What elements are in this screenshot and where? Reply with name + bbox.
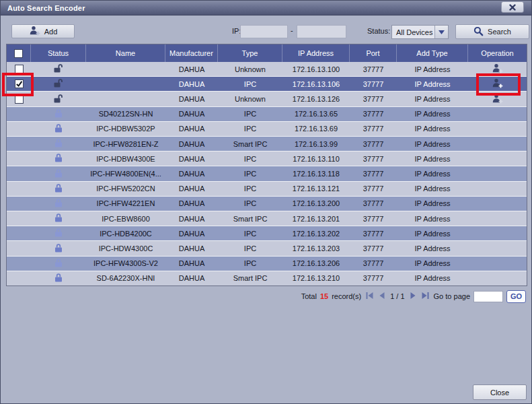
cell-manufacturer: DAHUA bbox=[165, 211, 218, 226]
lock-closed-icon bbox=[54, 183, 63, 195]
cell-name bbox=[86, 92, 165, 106]
cell-add_type: IP Address bbox=[397, 257, 468, 271]
row-checkbox[interactable] bbox=[15, 95, 24, 104]
first-page-button[interactable] bbox=[365, 292, 374, 301]
status-dropdown[interactable]: All Devices bbox=[391, 25, 449, 39]
table-row[interactable]: DAHUAIPC172.16.13.10637777IP Address bbox=[7, 76, 527, 91]
row-checkbox[interactable] bbox=[15, 79, 24, 88]
cell-add_type: IP Address bbox=[397, 226, 468, 240]
cell-port: 37777 bbox=[350, 211, 397, 226]
first-page-icon bbox=[366, 292, 373, 300]
cell-type: IPC bbox=[218, 77, 282, 91]
table-row[interactable]: DAHUAUnknown172.16.13.10037777IP Address bbox=[7, 62, 527, 76]
cell-manufacturer: DAHUA bbox=[165, 226, 218, 240]
cell-manufacturer: DAHUA bbox=[165, 122, 218, 136]
table-row[interactable]: IPC-HFW4800EN(4...DAHUAIPC172.16.13.1183… bbox=[7, 166, 527, 180]
cell-ip: 172.16.13.200 bbox=[282, 197, 350, 211]
cell-manufacturer: DAHUA bbox=[165, 197, 218, 211]
go-button[interactable]: GO bbox=[506, 290, 526, 303]
cell-name: IPC-HDB4200C bbox=[86, 226, 165, 240]
column-header-type[interactable]: Type bbox=[218, 44, 282, 62]
cell-name: IPC-HFW4800EN(4... bbox=[86, 166, 165, 180]
cell-port: 37777 bbox=[350, 257, 397, 271]
close-button[interactable]: Close bbox=[473, 384, 527, 400]
window-close-button[interactable] bbox=[501, 1, 524, 13]
cell-ip: 172.16.13.100 bbox=[282, 62, 350, 76]
cell-name: IPC-HFW5202CN bbox=[86, 182, 165, 196]
column-header-name[interactable]: Name bbox=[86, 44, 165, 62]
table-row[interactable]: DAHUAUnknown172.16.13.12637777IP Address bbox=[7, 91, 527, 106]
add-device-icon[interactable] bbox=[492, 94, 503, 105]
table-row[interactable]: SD40212SN-HNDAHUAIPC172.16.13.6537777IP … bbox=[7, 106, 527, 121]
next-page-button[interactable] bbox=[408, 292, 418, 301]
column-header-port[interactable]: Port bbox=[350, 44, 397, 62]
cell-ip: 172.16.13.99 bbox=[282, 137, 350, 151]
cell-type: Unknown bbox=[218, 92, 282, 106]
cell-type: IPC bbox=[218, 182, 282, 196]
cell-name: IPC-HDBW4300E bbox=[86, 152, 165, 166]
cell-manufacturer: DAHUA bbox=[165, 182, 218, 196]
next-page-icon bbox=[410, 292, 416, 300]
lock-open-icon bbox=[54, 78, 63, 90]
row-checkbox[interactable] bbox=[15, 65, 24, 73]
cell-add_type: IP Address bbox=[397, 197, 468, 211]
goto-page-label: Go to page bbox=[434, 292, 470, 300]
column-header-operation[interactable]: Operation bbox=[468, 44, 527, 62]
cell-manufacturer: DAHUA bbox=[165, 271, 218, 285]
column-header-ip-address[interactable]: IP Address bbox=[282, 44, 350, 62]
cell-name: IPC-HFW8281EN-Z bbox=[86, 137, 165, 151]
title-bar: Auto Search Encoder bbox=[1, 1, 531, 15]
cell-add_type: IP Address bbox=[397, 241, 468, 255]
table-row[interactable]: SD-6A2230X-HNIDAHUASmart IPC172.16.13.21… bbox=[7, 271, 527, 285]
cell-name: IPC-HDW4300C bbox=[86, 241, 165, 255]
table-row[interactable]: IPC-HDBW4300EDAHUAIPC172.16.13.11037777I… bbox=[7, 151, 527, 166]
cell-name: SD-6A2230X-HNI bbox=[86, 271, 165, 285]
table-row[interactable]: IPC-HFW8281EN-ZDAHUASmart IPC172.16.13.9… bbox=[7, 136, 527, 151]
cell-type: IPC bbox=[218, 122, 282, 136]
cell-port: 37777 bbox=[350, 226, 397, 240]
table-row[interactable]: IPC-HFW5202CNDAHUAIPC172.16.13.12137777I… bbox=[7, 181, 527, 196]
column-header-status[interactable]: Status bbox=[31, 44, 86, 62]
search-button[interactable]: Search bbox=[455, 24, 529, 39]
add-button[interactable]: Add bbox=[11, 24, 75, 38]
cell-type: IPC bbox=[218, 166, 282, 180]
cell-add_type: IP Address bbox=[397, 77, 468, 91]
lock-closed-icon bbox=[54, 153, 63, 164]
cell-type: IPC bbox=[218, 107, 282, 121]
cell-manufacturer: DAHUA bbox=[165, 257, 218, 271]
add-device-icon[interactable] bbox=[492, 63, 503, 75]
cell-ip: 172.16.13.201 bbox=[282, 211, 350, 226]
lock-closed-icon bbox=[54, 123, 63, 135]
goto-page-input[interactable] bbox=[473, 291, 503, 302]
cell-port: 37777 bbox=[350, 182, 397, 196]
prev-page-button[interactable] bbox=[377, 292, 387, 301]
lock-closed-icon bbox=[54, 198, 63, 209]
status-dropdown-value: All Devices bbox=[392, 26, 434, 38]
cell-type: Unknown bbox=[218, 62, 282, 76]
table-row[interactable]: IPC-HDBW5302PDAHUAIPC172.16.13.6937777IP… bbox=[7, 121, 527, 136]
table-row[interactable]: IPC-HFW4300S-V2DAHUAIPC172.16.13.2063777… bbox=[7, 256, 527, 271]
ip-to-input[interactable] bbox=[297, 25, 346, 38]
total-label: Total bbox=[301, 292, 317, 300]
select-all-checkbox[interactable] bbox=[14, 49, 23, 58]
cell-add_type: IP Address bbox=[397, 92, 468, 106]
cell-add_type: IP Address bbox=[397, 182, 468, 196]
lock-closed-icon bbox=[54, 228, 63, 239]
cell-name: SD40212SN-HN bbox=[86, 107, 165, 121]
cell-port: 37777 bbox=[350, 122, 397, 136]
table-row[interactable]: IPC-HDW4300CDAHUAIPC172.16.13.20337777IP… bbox=[7, 240, 527, 255]
ip-from-input[interactable] bbox=[240, 25, 288, 38]
cell-ip: 172.16.13.65 bbox=[282, 107, 350, 121]
column-header-add-type[interactable]: Add Type bbox=[397, 44, 468, 62]
table-row[interactable]: IPC-EBW8600DAHUASmart IPC172.16.13.20137… bbox=[7, 211, 527, 226]
table-row[interactable]: IPC-HDB4200CDAHUAIPC172.16.13.20237777IP… bbox=[7, 226, 527, 240]
caret-down-icon[interactable] bbox=[434, 26, 448, 38]
lock-open-icon bbox=[54, 94, 63, 105]
last-page-button[interactable] bbox=[421, 292, 430, 301]
column-header-manufacturer[interactable]: Manufacturer bbox=[165, 44, 218, 62]
lock-closed-icon bbox=[54, 138, 63, 149]
table-row[interactable]: IPC-HFW4221ENDAHUAIPC172.16.13.20037777I… bbox=[7, 196, 527, 211]
cell-add_type: IP Address bbox=[397, 62, 468, 76]
add-device-icon[interactable] bbox=[492, 78, 503, 90]
cell-ip: 172.16.13.126 bbox=[282, 92, 350, 106]
